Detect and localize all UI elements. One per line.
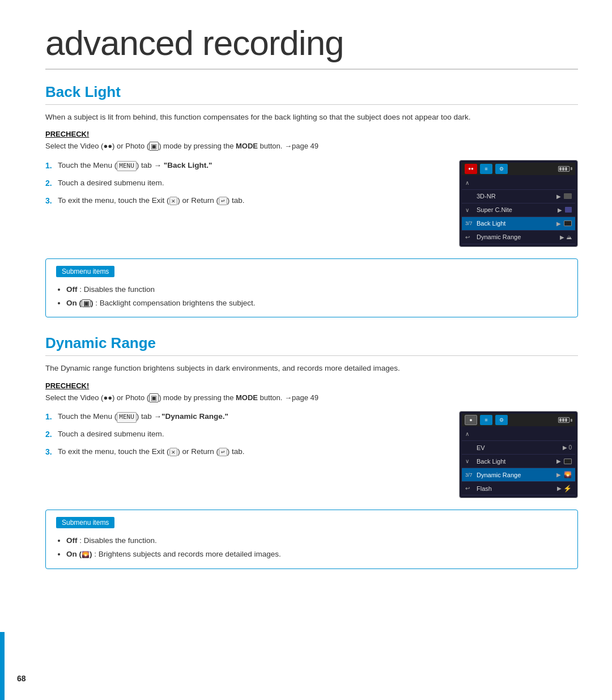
- step2-1: 1. Touch the Menu (MENU) tab →"Dynamic R…: [45, 411, 448, 423]
- panel2-row3-label: Dynamic Range: [477, 472, 556, 478]
- photo-icon2: ▣: [149, 393, 159, 402]
- panel1-up-arrow: ∧: [465, 180, 477, 186]
- panel2-up-arrow: ∧: [465, 431, 477, 437]
- step2-2: 2. Touch a desired submenu item.: [45, 429, 448, 440]
- section1-description: When a subject is lit from behind, this …: [45, 112, 578, 123]
- section2-ui-panel: ● ≡ ⚙ ∧: [459, 411, 578, 498]
- submenu1-item-on: On (▣) : Backlight compensation brighten…: [66, 296, 567, 310]
- panel2-row1-right: ▶ 0: [563, 444, 572, 451]
- section2-submenu-list: Off : Disables the function. On (🌄) : Br…: [56, 534, 567, 562]
- panel1-row2-right: ▶: [558, 207, 572, 213]
- panel1-row-supercnite: ∨ Super C.Nite ▶: [462, 203, 575, 217]
- panel2-row-backlight: ∨ Back Light ▶: [462, 455, 575, 468]
- panel2-row4-left: ↩: [465, 485, 477, 491]
- section1-submenu-title: Submenu items: [56, 266, 114, 277]
- main-title: advanced recording: [45, 23, 578, 70]
- step2-number-3: 3.: [45, 446, 58, 458]
- exit-icon2: ✕: [169, 448, 178, 456]
- section-dynamicrange: Dynamic Range The Dynamic range function…: [45, 334, 578, 569]
- video-icon: ●●: [103, 142, 112, 150]
- panel1-row1-label: 3D-NR: [477, 193, 556, 200]
- section2-heading: Dynamic Range: [45, 334, 578, 356]
- submenu2-item-on: On (🌄) : Brightens subjects and records …: [66, 548, 567, 561]
- section1-heading: Back Light: [45, 83, 578, 105]
- panel1-row3-right: ▶: [556, 220, 572, 227]
- step2-number-2: 2.: [45, 429, 58, 440]
- submenu2-off-text: : Disables the function.: [79, 536, 157, 545]
- submenu2-on-label: On (🌄): [66, 550, 92, 558]
- panel1-battery: [558, 166, 572, 172]
- panel2-row4-right: ▶ ⚡: [557, 485, 572, 493]
- panel2-row-flash: ↩ Flash ▶ ⚡: [462, 482, 575, 495]
- menu-icon: MENU: [117, 161, 137, 172]
- blue-accent-bar: [0, 632, 5, 700]
- panel1-row3-nav: 3/7: [465, 220, 477, 226]
- section1-ui-panel: ●● ≡ ⚙ ∧: [459, 160, 578, 247]
- panel1-row-backlight: 3/7 Back Light ▶: [462, 217, 575, 231]
- submenu1-item-off: Off : Disables the function: [66, 283, 567, 296]
- submenu2-off-label: Off: [66, 536, 78, 545]
- step2-text-2: Touch a desired submenu item.: [58, 429, 164, 440]
- step2-number-1: 1.: [45, 411, 58, 423]
- section1-steps-ui: 1. Touch the Menu (MENU) tab → "Back Lig…: [45, 160, 578, 247]
- section2-precheck-text: Select the Video (●●) or Photo (▣) mode …: [45, 392, 578, 404]
- submenu1-on-label: On (▣): [66, 299, 94, 307]
- step2-3: 3. To exit the menu, touch the Exit (✕) …: [45, 446, 448, 458]
- step-2: 2. Touch a desired submenu item.: [45, 177, 448, 189]
- section1-submenu-box: Submenu items Off : Disables the functio…: [45, 258, 578, 318]
- panel2-row3-right: ▶ 🌄: [556, 471, 572, 478]
- section2-steps-ui: 1. Touch the Menu (MENU) tab →"Dynamic R…: [45, 411, 578, 498]
- step-number-2: 2.: [45, 177, 58, 189]
- panel2-photo-icon: ●: [465, 415, 477, 425]
- panel1-settings-icon: ⚙: [495, 164, 508, 174]
- panel2-down-arrow: ∨: [465, 458, 477, 464]
- panel1-menu-icon: ≡: [480, 164, 492, 174]
- section2-submenu-box: Submenu items Off : Disables the functio…: [45, 510, 578, 569]
- return-icon2: ↩: [219, 448, 227, 456]
- panel1-row3-label: Back Light: [477, 220, 556, 227]
- panel2-battery: [558, 417, 572, 423]
- submenu2-item-off: Off : Disables the function.: [66, 534, 567, 548]
- panel2-nav-top: ∧: [462, 427, 575, 441]
- panel1-row2-label: Super C.Nite: [477, 206, 558, 213]
- panel1-row-dynamicrange: ↩ Dynamic Range ▶ ⛰: [462, 231, 575, 244]
- panel1-row4-left: ↩: [465, 234, 477, 240]
- step-number-3: 3.: [45, 195, 58, 207]
- panel2-top-bar: ● ≡ ⚙: [462, 414, 575, 426]
- section-backlight: Back Light When a subject is lit from be…: [45, 83, 578, 317]
- submenu1-off-text: : Disables the function: [79, 285, 155, 294]
- page-number: 68: [17, 674, 26, 683]
- photo-icon: ▣: [149, 142, 159, 151]
- step-text-1: Touch the Menu (MENU) tab → "Back Light.…: [58, 160, 212, 172]
- panel2-menu-icon: ≡: [480, 415, 492, 425]
- panel2-row-ev: EV ▶ 0: [462, 441, 575, 455]
- panel1-row4-label: Dynamic Range: [477, 234, 560, 240]
- step-text-2: Touch a desired submenu item.: [58, 177, 164, 189]
- panel2-row2-right: ▶: [556, 458, 572, 464]
- panel2-row4-label: Flash: [477, 485, 557, 492]
- step2-text-3: To exit the menu, touch the Exit (✕) or …: [58, 446, 244, 458]
- menu-icon2: MENU: [117, 412, 137, 423]
- section2-steps: 1. Touch the Menu (MENU) tab →"Dynamic R…: [45, 411, 448, 464]
- panel2-row-dynamicrange: 3/7 Dynamic Range ▶ 🌄: [462, 468, 575, 482]
- step-number-1: 1.: [45, 160, 58, 172]
- panel1-nav-top: ∧: [462, 176, 575, 190]
- panel1-top-bar: ●● ≡ ⚙: [462, 163, 575, 175]
- panel2-row1-label: EV: [477, 444, 563, 451]
- section1-precheck-label: PRECHECK!: [45, 130, 578, 138]
- step-1: 1. Touch the Menu (MENU) tab → "Back Lig…: [45, 160, 448, 172]
- exit-icon: ✕: [169, 197, 178, 205]
- section1-submenu-list: Off : Disables the function On (▣) : Bac…: [56, 283, 567, 311]
- video-icon2: ●●: [103, 393, 112, 402]
- panel1-video-icon: ●●: [465, 164, 477, 174]
- panel1-row-3dnr: 3D-NR ▶: [462, 190, 575, 203]
- panel2-row3-nav: 3/7: [465, 472, 477, 478]
- panel2-settings-icon: ⚙: [495, 415, 508, 425]
- section2-description: The Dynamic range function brightens sub…: [45, 363, 578, 374]
- panel2-row2-label: Back Light: [477, 458, 556, 465]
- step2-text-1: Touch the Menu (MENU) tab →"Dynamic Rang…: [58, 411, 228, 423]
- panel1-row1-right: ▶: [556, 193, 572, 200]
- submenu1-off-label: Off: [66, 285, 78, 294]
- section1-steps: 1. Touch the Menu (MENU) tab → "Back Lig…: [45, 160, 448, 213]
- section2-submenu-title: Submenu items: [56, 517, 114, 528]
